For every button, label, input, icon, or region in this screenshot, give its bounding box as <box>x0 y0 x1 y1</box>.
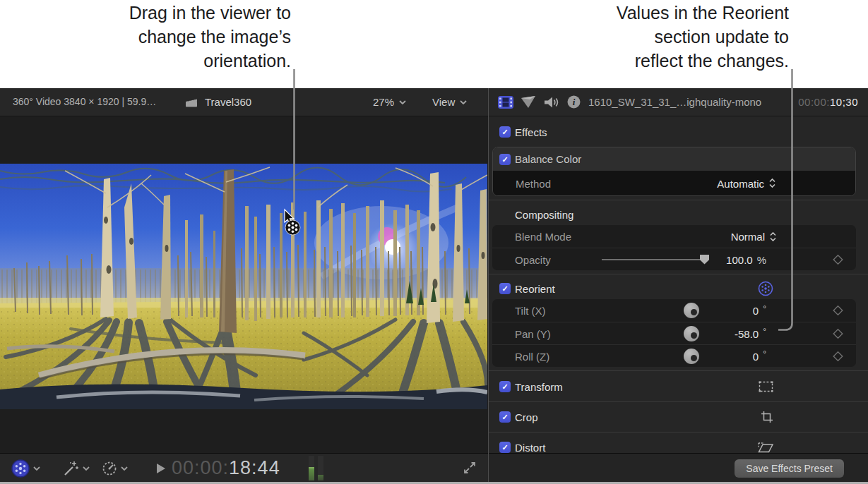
roll-dial[interactable] <box>684 349 699 364</box>
crop-section-header: ✓ Crop <box>492 405 856 429</box>
chevron-down-icon <box>399 100 406 104</box>
tilt-keyframe-button[interactable] <box>833 305 843 316</box>
chevron-down-icon <box>83 466 90 471</box>
view-menu[interactable]: View <box>432 88 467 116</box>
effects-label: Effects <box>515 126 547 138</box>
color-inspector-tab-icon[interactable] <box>521 96 536 109</box>
roll-z-label: Roll (Z) <box>515 350 549 362</box>
tilt-x-row[interactable]: Tilt (X) 0 ° <box>492 299 856 322</box>
callout-line: section update to <box>540 25 789 49</box>
retime-menu-button[interactable] <box>102 454 128 483</box>
distort-section-header: ✓ Distort <box>492 435 856 453</box>
pan-value-field[interactable]: -58.0 ° <box>735 327 766 339</box>
roll-value: 0 <box>753 350 759 362</box>
keyframe-diamond-icon <box>833 328 843 339</box>
compositing-group: Blend Mode Normal Opacity 100.0 % <box>492 225 856 270</box>
pan-y-label: Pan (Y) <box>515 327 551 339</box>
playhead-timecode-field[interactable]: 00:00:18:44 <box>172 454 280 483</box>
callout-text-reorient-values: Values in the Reorient section update to… <box>540 1 789 73</box>
360-view-menu-button[interactable] <box>11 454 40 483</box>
balance-color-method-row[interactable]: Method Automatic <box>493 171 855 195</box>
inspector-pane: i 1610_SW_31_31_…ighquality-mono 00:00:1… <box>489 88 868 482</box>
reorient-group: Tilt (X) 0 ° Pan (Y) -58.0 <box>492 299 856 367</box>
viewer-360-image[interactable] <box>0 164 487 409</box>
save-effects-preset-button[interactable]: Save Effects Preset <box>735 459 844 478</box>
zoom-level-menu[interactable]: 27% <box>373 88 406 116</box>
expand-icon[interactable] <box>463 461 477 475</box>
opacity-value: 100.0 <box>726 253 753 265</box>
blend-mode-popup[interactable]: Normal <box>731 231 777 243</box>
transform-section-header: ✓ Transform <box>492 375 856 399</box>
blend-mode-label: Blend Mode <box>515 231 571 243</box>
inspector-top-bar: i 1610_SW_31_31_…ighquality-mono 00:00:1… <box>489 88 868 116</box>
viewer-top-bar: 360° Video 3840 × 1920 | 59.9… Travel360… <box>0 88 488 116</box>
inspector-content: ✓ Effects ✓ Balance Color Method Automat… <box>489 116 868 453</box>
balance-color-row[interactable]: ✓ Balance Color <box>493 147 855 171</box>
opacity-label: Opacity <box>515 253 551 265</box>
transform-icon <box>759 381 773 392</box>
callout-line: Values in the Reorient <box>540 1 789 25</box>
audio-meters[interactable] <box>309 456 323 480</box>
opacity-value-field[interactable]: 100.0 % <box>726 253 766 265</box>
reorient-orb-button[interactable] <box>758 281 773 296</box>
callout-line: change the image’s <box>42 25 291 49</box>
distort-checkbox[interactable]: ✓ <box>499 442 511 453</box>
view-menu-label: View <box>432 96 455 108</box>
roll-value-field[interactable]: 0 ° <box>753 350 766 362</box>
transform-onscreen-button[interactable] <box>759 381 773 392</box>
crop-onscreen-button[interactable] <box>761 411 773 423</box>
chevron-down-icon <box>121 466 128 471</box>
effects-checkbox[interactable]: ✓ <box>499 126 511 138</box>
timecode-seconds-frames: 18:44 <box>229 457 280 478</box>
popup-stepper-icon <box>769 231 777 241</box>
section-divider <box>489 370 868 371</box>
reorient-label: Reorient <box>515 283 555 295</box>
pan-keyframe-button[interactable] <box>833 328 843 339</box>
opacity-slider[interactable] <box>602 259 705 260</box>
distort-label: Distort <box>515 442 545 454</box>
tilt-x-label: Tilt (X) <box>515 305 546 317</box>
opacity-row[interactable]: Opacity 100.0 % <box>492 248 856 270</box>
roll-z-row[interactable]: Roll (Z) 0 ° <box>492 344 856 367</box>
callout-line: Drag in the viewer to <box>42 1 291 25</box>
chevron-down-icon <box>33 466 40 471</box>
pan-y-row[interactable]: Pan (Y) -58.0 ° <box>492 322 856 344</box>
crop-checkbox[interactable]: ✓ <box>499 411 511 423</box>
tilt-value-field[interactable]: 0 ° <box>753 305 766 317</box>
audio-meter-left <box>309 456 314 480</box>
viewer-canvas[interactable] <box>0 116 488 453</box>
final-cut-pro-window: 360° Video 3840 × 1920 | 59.9… Travel360… <box>0 88 868 484</box>
transform-checkbox[interactable]: ✓ <box>499 381 511 392</box>
keyframe-diamond-icon <box>833 305 843 316</box>
callout-line: reflect the changes. <box>540 49 789 73</box>
reorient-checkbox[interactable]: ✓ <box>499 283 511 294</box>
keyframe-diamond-icon <box>833 254 843 265</box>
blend-mode-row[interactable]: Blend Mode Normal <box>492 225 856 248</box>
compositing-label: Compositing <box>515 209 573 221</box>
degree-unit: ° <box>763 327 766 337</box>
enhancements-menu-button[interactable] <box>62 454 90 483</box>
video-inspector-tab-icon[interactable] <box>498 96 513 109</box>
balance-color-label: Balance Color <box>515 153 581 165</box>
callout-line: orientation. <box>42 49 291 73</box>
callout-text-drag-viewer: Drag in the viewer to change the image’s… <box>42 1 291 73</box>
roll-keyframe-button[interactable] <box>833 351 843 361</box>
viewer-pane: 360° Video 3840 × 1920 | 59.9… Travel360… <box>0 88 489 482</box>
pan-dial[interactable] <box>684 326 699 341</box>
method-popup[interactable]: Automatic <box>717 177 776 189</box>
balance-color-checkbox[interactable]: ✓ <box>499 154 511 165</box>
viewer-bottom-bar: 00:00:18:44 <box>0 453 488 482</box>
section-divider <box>489 200 868 200</box>
opacity-keyframe-button[interactable] <box>833 254 843 265</box>
info-inspector-tab-icon[interactable]: i <box>567 95 581 109</box>
section-divider <box>489 432 868 432</box>
play-icon[interactable] <box>157 464 165 473</box>
distort-onscreen-button[interactable] <box>757 442 773 453</box>
tilt-dial[interactable] <box>684 303 699 318</box>
blend-mode-value: Normal <box>731 231 765 243</box>
effects-section-header: ✓ Effects <box>492 121 856 143</box>
crop-label: Crop <box>515 411 538 423</box>
svg-text:i: i <box>573 97 576 107</box>
opacity-slider-thumb[interactable] <box>700 255 709 265</box>
audio-inspector-tab-icon[interactable] <box>544 96 559 109</box>
